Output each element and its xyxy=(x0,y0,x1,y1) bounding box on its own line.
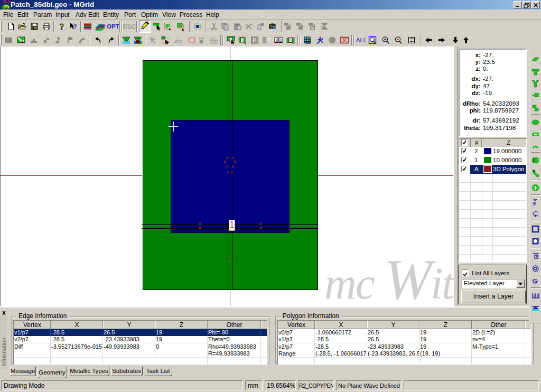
svg-text:?: ? xyxy=(60,22,64,31)
svg-text:1: 1 xyxy=(275,39,277,42)
svg-text:NTD: NTD xyxy=(175,40,182,43)
svg-text:1: 1 xyxy=(241,38,243,42)
svg-text:OPT: OPT xyxy=(107,23,119,30)
svg-text:1: 1 xyxy=(279,39,282,42)
svg-text:ESC: ESC xyxy=(123,23,136,31)
svg-text:ALL: ALL xyxy=(356,37,367,43)
svg-text:1: 1 xyxy=(290,38,292,42)
svg-text:dxdy: dxdy xyxy=(210,41,218,44)
svg-text:xyz: xyz xyxy=(210,36,216,41)
svg-text:1: 1 xyxy=(254,39,256,42)
svg-text:?: ? xyxy=(73,22,77,30)
svg-text:1: 1 xyxy=(267,39,269,42)
